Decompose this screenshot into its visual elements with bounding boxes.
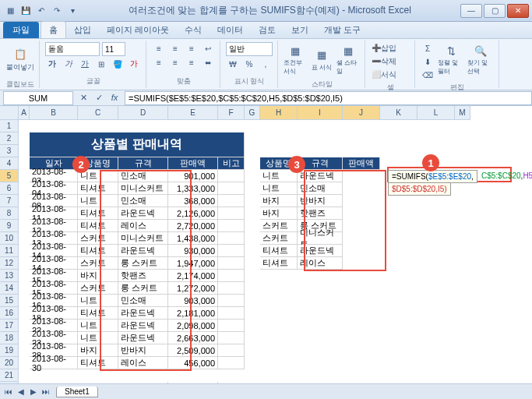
tab-data[interactable]: 데이터 <box>210 22 251 38</box>
cells-area[interactable]: 상품별 판매내역일자상품명규격판매액비고상품명규격판매액2013-08-03니트… <box>19 120 532 383</box>
undo-icon[interactable]: ↶ <box>34 4 48 18</box>
row-header-13[interactable]: 13 <box>0 270 19 282</box>
cell-note[interactable] <box>218 357 245 369</box>
cell-product[interactable]: 티셔트 <box>78 207 118 220</box>
cell-note[interactable] <box>218 295 245 307</box>
row-header-17[interactable]: 17 <box>0 320 19 332</box>
cell-r-spec[interactable]: 라운드넥 <box>298 245 343 257</box>
cell-r-product[interactable]: 바지 <box>260 195 298 207</box>
cell-date[interactable]: 2013-08-30 <box>30 357 78 369</box>
paste-button[interactable]: 📋 붙여넣기 <box>6 42 34 78</box>
col-header-I[interactable]: I <box>298 106 343 120</box>
cell-r-product[interactable]: 스커트 <box>260 232 298 245</box>
cell-spec[interactable]: 미니스커트 <box>118 182 168 195</box>
cell-product[interactable]: 니트 <box>78 320 118 332</box>
cell-spec[interactable]: 미니스커트 <box>118 232 168 245</box>
spreadsheet-grid[interactable]: ABCDEFGHIJKLM 12345678910111213141516171… <box>0 106 532 383</box>
cell-spec[interactable]: 라운드넥 <box>118 307 168 320</box>
cell-r-product[interactable]: 바지 <box>260 207 298 220</box>
row-header-6[interactable]: 6 <box>0 182 19 195</box>
cond-format-button[interactable]: ▦조건부 서식 <box>284 42 307 78</box>
sheet-first-button[interactable]: ⏮ <box>3 387 14 396</box>
row-header-5[interactable]: 5 <box>0 170 19 182</box>
comma-button[interactable]: , <box>259 58 273 70</box>
col-header-G[interactable]: G <box>245 106 260 120</box>
sort-filter-button[interactable]: ⇅정렬 및 필터 <box>438 42 464 78</box>
cell-spec[interactable]: 민소매 <box>118 170 168 182</box>
clear-button[interactable]: ⌫ <box>421 69 435 81</box>
cell-note[interactable] <box>218 245 245 257</box>
cell-note[interactable] <box>218 207 245 220</box>
minimize-button[interactable]: — <box>460 4 482 18</box>
col-header-J[interactable]: J <box>343 106 380 120</box>
align-top-button[interactable]: ≡ <box>152 42 166 55</box>
cell-spec[interactable]: 레이스 <box>118 220 168 232</box>
border-button[interactable]: ⊞ <box>94 58 108 70</box>
cell-note[interactable] <box>218 170 245 182</box>
cancel-formula-button[interactable]: ✕ <box>76 93 90 103</box>
row-header-21[interactable]: 21 <box>0 369 19 382</box>
right-header-2[interactable]: 판매액 <box>343 157 380 170</box>
insert-button[interactable]: ➕삽입 <box>371 42 410 55</box>
cell-r-spec[interactable]: 민소매 <box>298 182 343 195</box>
cell-product[interactable]: 티셔트 <box>78 220 118 232</box>
row-header-19[interactable]: 19 <box>0 344 19 357</box>
row-header-8[interactable]: 8 <box>0 207 19 220</box>
cell-note[interactable] <box>218 307 245 320</box>
left-header-3[interactable]: 판매액 <box>168 157 218 170</box>
percent-button[interactable]: % <box>242 58 256 70</box>
tab-insert[interactable]: 삽입 <box>66 22 99 38</box>
col-header-E[interactable]: E <box>168 106 218 120</box>
cell-product[interactable]: 바지 <box>78 344 118 357</box>
tab-view[interactable]: 보기 <box>284 22 316 38</box>
cell-product[interactable]: 티셔트 <box>78 182 118 195</box>
col-header-L[interactable]: L <box>417 106 455 120</box>
cell-spec[interactable]: 라운드넥 <box>118 245 168 257</box>
cell-note[interactable] <box>218 232 245 245</box>
row-header-14[interactable]: 14 <box>0 282 19 295</box>
cell-product[interactable]: 티셔트 <box>78 307 118 320</box>
cell-amount[interactable]: 2,181,000 <box>168 307 218 320</box>
cell-product[interactable]: 티셔트 <box>78 357 118 369</box>
sheet-next-button[interactable]: ▶ <box>28 387 39 396</box>
file-tab[interactable]: 파일 <box>3 22 39 38</box>
cell-amount[interactable]: 2,174,000 <box>168 270 218 282</box>
cell-amount[interactable]: 1,333,000 <box>168 182 218 195</box>
currency-button[interactable]: ₩ <box>226 58 240 70</box>
left-header-2[interactable]: 규격 <box>118 157 168 170</box>
wrap-button[interactable]: ↩ <box>201 42 215 55</box>
name-box[interactable]: SUM <box>3 91 73 105</box>
cell-r-spec[interactable]: 핫팬즈 <box>298 207 343 220</box>
tab-pagelayout[interactable]: 페이지 레이아웃 <box>99 22 177 38</box>
cell-r-product[interactable]: 스커트 <box>260 220 298 232</box>
cell-amount[interactable]: 1,272,000 <box>168 282 218 295</box>
col-header-C[interactable]: C <box>78 106 118 120</box>
sheet-tab-1[interactable]: Sheet1 <box>56 387 98 397</box>
cell-product[interactable]: 니트 <box>78 195 118 207</box>
cell-note[interactable] <box>218 182 245 195</box>
cell-product[interactable]: 니트 <box>78 332 118 344</box>
row-header-10[interactable]: 10 <box>0 232 19 245</box>
cell-amount[interactable]: 903,000 <box>168 295 218 307</box>
cell-spec[interactable]: 반바지 <box>118 344 168 357</box>
save-icon[interactable]: 💾 <box>19 4 33 18</box>
bold-button[interactable]: 가 <box>45 58 59 70</box>
underline-button[interactable]: 가 <box>78 58 92 70</box>
row-header-11[interactable]: 11 <box>0 245 19 257</box>
cell-note[interactable] <box>218 257 245 270</box>
cell-amount[interactable]: 1,947,000 <box>168 257 218 270</box>
cell-note[interactable] <box>218 320 245 332</box>
accept-formula-button[interactable]: ✓ <box>92 93 106 103</box>
tab-formulas[interactable]: 수식 <box>177 22 210 38</box>
cell-note[interactable] <box>218 344 245 357</box>
align-left-button[interactable]: ≡ <box>152 56 166 69</box>
cell-note[interactable] <box>218 195 245 207</box>
italic-button[interactable]: 가 <box>62 58 76 70</box>
font-name-box[interactable]: 돋움 <box>45 42 100 56</box>
cell-spec[interactable]: 롱 스커트 <box>118 282 168 295</box>
row-header-9[interactable]: 9 <box>0 220 19 232</box>
sheet-last-button[interactable]: ⏭ <box>41 387 51 396</box>
row-header-16[interactable]: 16 <box>0 307 19 320</box>
col-header-F[interactable]: F <box>218 106 245 120</box>
delete-button[interactable]: ➖삭제 <box>371 55 410 68</box>
